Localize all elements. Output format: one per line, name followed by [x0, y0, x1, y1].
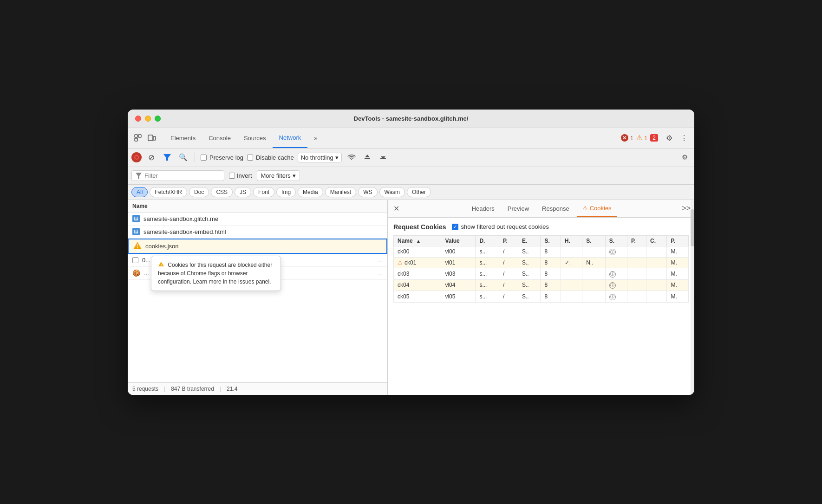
preserve-log-checkbox[interactable] — [201, 155, 207, 161]
table-row[interactable]: ck04 vl04 s... / S.. 8 ⓘ — [394, 279, 689, 291]
tab-network[interactable]: Network — [273, 128, 308, 148]
info-icon-3[interactable]: ⓘ — [609, 271, 616, 278]
disable-cache-checkbox[interactable] — [247, 155, 253, 161]
cell-p2 — [627, 268, 646, 280]
col-c[interactable]: C. — [646, 235, 667, 246]
col-p2[interactable]: P. — [627, 235, 646, 246]
info-icon[interactable]: ⓘ — [609, 249, 616, 255]
show-filtered-checkbox[interactable]: ✓ — [452, 224, 458, 230]
more-dots: ... — [378, 257, 383, 264]
cell-p2 — [627, 279, 646, 291]
settings-icon[interactable]: ⚙ — [663, 131, 676, 144]
type-manifest[interactable]: Manifest — [325, 187, 356, 197]
device-icon[interactable] — [145, 131, 158, 144]
file-checkbox[interactable] — [132, 257, 138, 263]
tab-headers[interactable]: Headers — [466, 200, 500, 217]
table-row[interactable]: ck05 vl05 s... / S.. 8 ⓘ — [394, 291, 689, 303]
cell-d: s... — [476, 268, 499, 280]
invert-label[interactable]: Invert — [229, 172, 252, 179]
col-p[interactable]: P. — [499, 235, 518, 246]
inspect-icon[interactable] — [131, 131, 144, 144]
more-filters-button[interactable]: More filters ▾ — [257, 170, 300, 181]
file-item-cookies-json[interactable]: ! cookies.json — [128, 239, 387, 254]
type-css[interactable]: CSS — [211, 187, 233, 197]
file-item-samesite-sandbox[interactable]: samesite-sandbox.glitch.me — [128, 213, 387, 226]
close-button[interactable] — [135, 116, 141, 122]
filter-icon[interactable] — [161, 151, 173, 163]
col-name[interactable]: Name ▲ — [394, 235, 441, 246]
table-row[interactable]: ⚠ ck01 vl01 s... / S.. 8 ✓. N.. — [394, 258, 689, 268]
clear-button[interactable]: ⊘ — [145, 151, 157, 163]
svg-rect-0 — [135, 135, 137, 137]
file-item-embed[interactable]: samesite-sandbox-embed.html — [128, 226, 387, 239]
col-h[interactable]: H. — [561, 235, 582, 246]
record-button[interactable] — [131, 152, 142, 162]
tab-cookies[interactable]: ⚠ Cookies — [577, 200, 617, 217]
devtools-window: DevTools - samesite-sandbox.glitch.me/ — [128, 110, 694, 395]
tab-elements[interactable]: Elements — [164, 128, 202, 148]
table-row[interactable]: ck03 vl03 s... / S.. 8 ⓘ — [394, 268, 689, 280]
more-filters-text: More filters — [261, 172, 291, 179]
warning-triangle-icon: ! — [133, 242, 142, 251]
download-icon[interactable] — [377, 151, 389, 163]
type-wasm[interactable]: Wasm — [379, 187, 405, 197]
table-row[interactable]: ck00 vl00 s... / S.. 8 ⓘ — [394, 246, 689, 258]
cell-e: S.. — [518, 246, 540, 258]
preserve-log-label[interactable]: Filter Preserve log — [201, 154, 243, 161]
show-filtered-label[interactable]: ✓ show filtered out request cookies — [452, 223, 549, 230]
svg-rect-2 — [138, 135, 141, 137]
throttle-select[interactable]: No throttling ▾ — [298, 153, 342, 162]
scrollbar-thumb[interactable] — [691, 209, 694, 246]
cookies-warn-icon: ⚠ — [582, 205, 588, 212]
type-ws[interactable]: WS — [358, 187, 377, 197]
scrollbar-track[interactable] — [691, 200, 694, 395]
throttle-arrow: ▾ — [335, 154, 339, 161]
tab-preview[interactable]: Preview — [502, 200, 535, 217]
type-media[interactable]: Media — [298, 187, 323, 197]
type-all[interactable]: All — [131, 187, 148, 197]
type-img[interactable]: Img — [276, 187, 296, 197]
network-toolbar: ⊘ 🔍 Filter Preserve log Disable cache No… — [128, 149, 694, 167]
invert-checkbox[interactable] — [229, 173, 235, 179]
upload-icon[interactable] — [361, 151, 373, 163]
warning-count: 1 — [644, 135, 647, 142]
error-badge[interactable]: ✕ 1 — [621, 134, 633, 142]
warning-badge[interactable]: ⚠ 1 — [636, 134, 647, 142]
col-s3[interactable]: S. — [605, 235, 627, 246]
col-e[interactable]: E. — [518, 235, 540, 246]
psa-badge[interactable]: 2 — [650, 134, 658, 142]
type-js[interactable]: JS — [235, 187, 251, 197]
search-button[interactable]: 🔍 — [177, 151, 189, 163]
cell-name: ⚠ ck01 — [394, 258, 441, 268]
type-font[interactable]: Font — [253, 187, 274, 197]
wifi-icon[interactable] — [346, 151, 358, 163]
maximize-button[interactable] — [155, 116, 161, 122]
tab-console[interactable]: Console — [202, 128, 237, 148]
col-d[interactable]: D. — [476, 235, 499, 246]
disable-cache-label[interactable]: Disable cache — [247, 154, 294, 161]
panel-close-button[interactable]: ✕ — [391, 204, 401, 213]
col-p3[interactable]: P. — [667, 235, 689, 246]
col-s[interactable]: S. — [541, 235, 561, 246]
info-icon-5[interactable]: ⓘ — [609, 294, 616, 300]
filter-input[interactable] — [144, 172, 209, 179]
minimize-button[interactable] — [145, 116, 151, 122]
other-stat: 21.4 — [227, 386, 237, 392]
info-icon-4[interactable]: ⓘ — [609, 282, 616, 289]
tab-response[interactable]: Response — [536, 200, 575, 217]
tab-more[interactable]: » — [307, 128, 324, 148]
type-other[interactable]: Other — [407, 187, 431, 197]
network-settings-icon[interactable]: ⚙ — [678, 151, 691, 163]
type-fetch-xhr[interactable]: Fetch/XHR — [150, 187, 187, 197]
col-value[interactable]: Value — [441, 235, 476, 246]
col-s2[interactable]: S. — [582, 235, 605, 246]
svg-marker-11 — [136, 173, 142, 179]
more-icon[interactable]: ⋮ — [678, 131, 691, 144]
type-doc[interactable]: Doc — [189, 187, 209, 197]
tab-sources[interactable]: Sources — [237, 128, 273, 148]
panel-more-button[interactable]: >> — [682, 204, 691, 213]
cell-value: vl03 — [441, 268, 476, 280]
cell-h: ✓. — [561, 258, 582, 268]
cell-s2 — [582, 291, 605, 303]
cell-name: ck05 — [394, 291, 441, 303]
